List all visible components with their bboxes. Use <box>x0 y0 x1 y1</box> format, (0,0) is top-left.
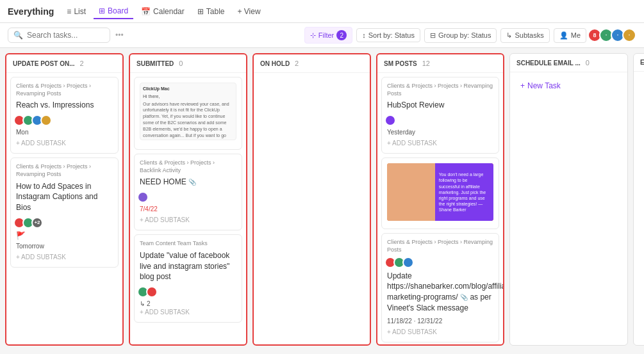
person-image: You don't need a large following to be s… <box>387 163 493 221</box>
card-date: Mon <box>16 129 113 136</box>
avatar-group: 8 · · · <box>590 28 636 42</box>
column-update-post: UPDATE POST ON... 2 Clients & Projects ›… <box>5 53 124 346</box>
card-avatars <box>140 191 236 203</box>
add-subtask-button[interactable]: + ADD SUBTASK <box>16 252 113 262</box>
column-header-schedule-email: SCHEDULE EMAIL ... 0 <box>510 54 627 72</box>
card-date: Yesterday <box>387 129 493 136</box>
card-avatars <box>140 286 236 298</box>
nav-calendar[interactable]: 📅 Calendar <box>136 4 190 19</box>
nav-table[interactable]: ⊞ Table <box>192 4 230 19</box>
col-count: 12 <box>422 60 430 67</box>
card-avatars <box>387 115 493 126</box>
card-title: Update "value of facebook live and insta… <box>140 250 236 282</box>
column-body-em <box>634 72 644 345</box>
avatar: +2 <box>31 217 43 229</box>
list-icon: ≡ <box>67 7 71 16</box>
toolbar-right: ⊹ Filter 2 ↕ Sort by: Status ⊟ Group by:… <box>304 27 636 44</box>
me-icon: 👤 <box>559 31 568 40</box>
column-header-update-post: UPDATE POST ON... 2 <box>6 54 122 73</box>
column-header-submitted: SUBMITTED 0 <box>130 54 246 73</box>
search-box[interactable]: 🔍 <box>8 28 110 43</box>
card-title: HubSpot Review <box>387 100 493 111</box>
add-subtask-button[interactable]: + ADD SUBTASK <box>387 138 493 148</box>
card-breadcrumb: Clients & Projects › Projects › Backlink… <box>140 159 236 174</box>
top-nav: Everything ≡ List ⊞ Board 📅 Calendar ⊞ T… <box>0 0 644 23</box>
column-body-sm-posts: Clients & Projects › Projects › Revampin… <box>377 73 503 344</box>
subtasks-icon: ↳ <box>506 31 512 40</box>
email-preview: ClickUp Mac Hi there, Our advisors have … <box>140 83 236 140</box>
column-header-on-hold: ON HOLD 2 <box>254 54 370 73</box>
add-subtask-button[interactable]: + ADD SUBTASK <box>387 327 493 337</box>
card-affiliate-link[interactable]: Clients & Projects › Projects › Revampin… <box>381 233 499 342</box>
card-breadcrumb: Clients & Projects › Projects › Revampin… <box>387 83 493 97</box>
group-button[interactable]: ⊟ Group by: Status <box>424 28 497 43</box>
add-subtask-button[interactable]: + ADD SUBTASK <box>140 307 236 317</box>
add-view-button[interactable]: + View <box>232 4 265 19</box>
column-schedule-email: SCHEDULE EMAIL ... 0 + New Task <box>509 53 628 346</box>
card-email-preview[interactable]: ClickUp Mac Hi there, Our advisors have … <box>134 77 242 150</box>
toolbar: 🔍 ••• ⊹ Filter 2 ↕ Sort by: Status ⊟ Gro… <box>0 23 644 48</box>
avatar <box>402 257 414 268</box>
card-date: 11/18/22 · 12/31/22 <box>387 318 493 325</box>
card-title: How to Add Spaces in Instagram Captions … <box>16 181 113 213</box>
app-title: Everything <box>8 6 54 17</box>
me-button[interactable]: 👤 Me <box>554 28 586 43</box>
card-instagram-captions[interactable]: Clients & Projects › Projects › Revampin… <box>10 157 119 268</box>
card-person-affiliate[interactable]: You don't need a large following to be s… <box>381 157 499 229</box>
attachment-icon: 📎 <box>188 179 196 186</box>
subtask-count: ↳ 2 <box>140 300 236 307</box>
nav-board[interactable]: ⊞ Board <box>94 4 133 19</box>
col-label: SUBMITTED <box>136 60 174 67</box>
filter-button[interactable]: ⊹ Filter 2 <box>304 27 352 44</box>
avatar <box>384 115 396 126</box>
card-hubspot-review[interactable]: Clients & Projects › Projects › Revampin… <box>381 77 499 154</box>
filter-badge: 2 <box>336 30 347 40</box>
card-title: NEED HOME 📎 <box>140 177 236 188</box>
table-icon: ⊞ <box>197 7 204 16</box>
col-label: UPDATE POST ON... <box>13 60 75 67</box>
card-date: Tomorrow <box>16 243 113 250</box>
board-container: UPDATE POST ON... 2 Clients & Projects ›… <box>0 48 644 351</box>
col-label: SCHEDULE EMAIL ... <box>516 60 581 67</box>
avatar <box>137 191 149 203</box>
col-label: EM <box>640 59 644 66</box>
card-breadcrumb: Clients & Projects › Projects › Revampin… <box>387 239 493 253</box>
subtasks-button[interactable]: ↳ Subtasks <box>500 28 549 43</box>
more-options-icon[interactable]: ••• <box>115 31 124 40</box>
card-avatars <box>387 257 493 268</box>
col-count: 0 <box>586 59 590 67</box>
card-title: Reach vs. Impressions <box>16 100 113 111</box>
sort-button[interactable]: ↕ Sort by: Status <box>356 28 420 42</box>
subtask-icon: ↳ <box>140 300 145 307</box>
column-on-hold: ON HOLD 2 <box>252 53 371 346</box>
col-label: ON HOLD <box>260 60 290 67</box>
attachment-icon: 📎 <box>460 294 468 301</box>
card-title: Update https://shanebarker.com/blog/affi… <box>387 271 493 314</box>
col-count: 2 <box>295 60 299 67</box>
flag-icon: 🚩 <box>16 231 26 240</box>
avatar: · <box>622 28 636 42</box>
column-header-em: EM <box>634 54 644 72</box>
column-body-schedule-email: + New Task <box>510 72 627 345</box>
card-facebook-live[interactable]: Team Content Team Tasks Update "value of… <box>134 234 242 323</box>
column-body-submitted: ClickUp Mac Hi there, Our advisors have … <box>130 73 246 344</box>
add-subtask-button[interactable]: + ADD SUBTASK <box>16 138 113 148</box>
card-need-home[interactable]: Clients & Projects › Projects › Backlink… <box>134 154 242 230</box>
filter-icon: ⊹ <box>310 31 316 40</box>
card-reach-impressions[interactable]: Clients & Projects › Projects › Revampin… <box>10 77 119 154</box>
card-date: 7/4/22 <box>140 205 236 213</box>
column-submitted: SUBMITTED 0 ClickUp Mac Hi there, Our ad… <box>129 53 247 346</box>
col-count: 2 <box>80 60 84 67</box>
column-body-on-hold <box>254 73 370 344</box>
add-subtask-button[interactable]: + ADD SUBTASK <box>140 215 236 225</box>
board-icon: ⊞ <box>99 6 105 15</box>
card-avatars: +2 <box>16 217 113 229</box>
search-input[interactable] <box>27 31 104 40</box>
column-sm-posts: SM POSTS 12 Clients & Projects › Project… <box>376 53 504 346</box>
card-avatars <box>16 115 113 126</box>
plus-icon: + <box>520 81 525 90</box>
new-task-button[interactable]: + New Task <box>514 76 623 95</box>
nav-list[interactable]: ≡ List <box>62 4 91 19</box>
calendar-icon: 📅 <box>141 7 151 16</box>
group-icon: ⊟ <box>430 31 436 40</box>
